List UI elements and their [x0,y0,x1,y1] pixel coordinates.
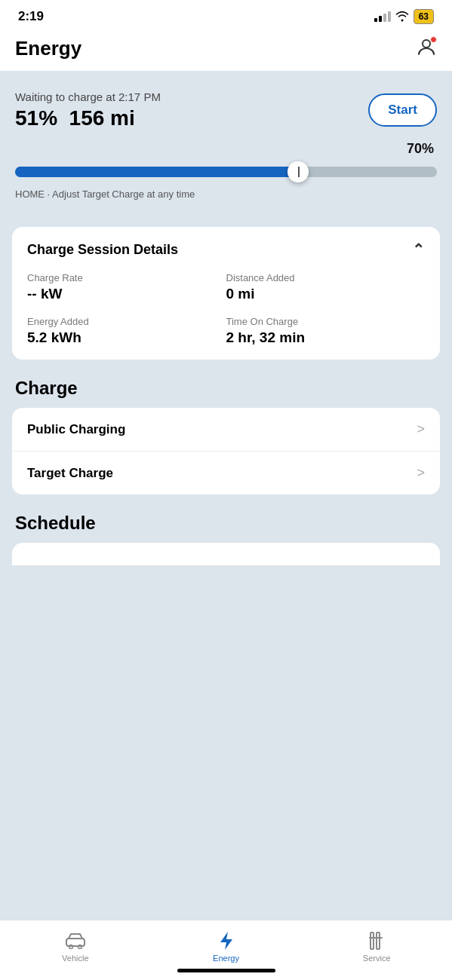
nav-item-energy[interactable]: Energy [151,931,302,963]
battery-indicator: 63 [414,9,434,24]
svg-point-0 [423,40,430,47]
svg-rect-4 [371,933,374,949]
page-title: Energy [15,37,81,60]
status-time: 2:19 [18,9,44,24]
schedule-section-heading: Schedule [15,513,437,534]
nav-item-service[interactable]: Service [301,931,452,963]
distance-added-item: Distance Added 0 mi [226,272,426,302]
distance-added-value: 0 mi [226,286,426,302]
charge-target-percent: 70% [15,141,437,157]
public-charging-label: Public Charging [27,422,125,437]
svg-rect-1 [66,939,85,946]
svg-rect-7 [375,937,383,939]
session-title: Charge Session Details [27,242,178,258]
main-content: Waiting to charge at 2:17 PM 51% 156 mi … [0,71,452,945]
public-charging-chevron: > [417,421,425,437]
signal-icon [374,11,391,22]
slider-fill [15,167,298,177]
charge-slider[interactable] [15,161,437,182]
target-charge-label: Target Charge [27,466,113,481]
slider-divider [298,167,300,177]
status-icons: 63 [374,9,434,24]
charge-miles: 156 mi [69,106,135,130]
slider-track-bg [15,167,437,177]
public-charging-item[interactable]: Public Charging > [12,408,440,452]
charge-section-heading: Charge [15,378,437,399]
energy-added-label: Energy Added [27,316,226,327]
notification-dot [430,36,437,43]
time-on-charge-item: Time On Charge 2 hr, 32 min [226,316,426,346]
charge-status-info: Waiting to charge at 2:17 PM 51% 156 mi [15,90,161,130]
session-details-card: Charge Session Details ⌃ Charge Rate -- … [12,227,440,360]
app-header: Energy [0,30,452,71]
target-charge-chevron: > [417,465,425,481]
charge-percentage: 51% [15,106,57,130]
charge-menu-card: Public Charging > Target Charge > [12,408,440,495]
nav-label-service: Service [363,954,391,963]
home-indicator [177,969,275,972]
charge-status-card: Waiting to charge at 2:17 PM 51% 156 mi … [12,84,440,212]
session-header: Charge Session Details ⌃ [27,240,425,259]
nav-label-energy: Energy [213,954,239,963]
time-on-charge-label: Time On Charge [226,316,426,327]
schedule-section: Schedule [12,513,440,565]
energy-added-item: Energy Added 5.2 kWh [27,316,226,346]
schedule-preview [12,543,440,565]
nav-item-vehicle[interactable]: Vehicle [0,931,151,963]
distance-added-label: Distance Added [226,272,426,283]
charge-hint: HOME · Adjust Target Charge at any time [15,188,437,200]
bolt-icon [217,931,236,951]
status-bar: 2:19 63 [0,0,452,30]
waiting-text: Waiting to charge at 2:17 PM [15,90,161,103]
charge-numbers: 51% 156 mi [15,106,161,130]
charge-rate-label: Charge Rate [27,272,226,283]
charge-slider-section: 70% HOME · Adjust Target Charge at any t… [15,141,437,200]
charge-status-top: Waiting to charge at 2:17 PM 51% 156 mi … [15,90,437,130]
charge-rate-value: -- kW [27,286,226,302]
nav-label-vehicle: Vehicle [62,954,88,963]
car-icon [66,931,85,951]
target-charge-item[interactable]: Target Charge > [12,452,440,495]
charge-rate-item: Charge Rate -- kW [27,272,226,302]
wifi-icon [395,11,409,22]
session-grid: Charge Rate -- kW Distance Added 0 mi En… [27,272,425,346]
energy-added-value: 5.2 kWh [27,329,226,346]
svg-rect-5 [377,933,380,949]
collapse-icon[interactable]: ⌃ [412,240,425,259]
start-button[interactable]: Start [368,93,437,127]
time-on-charge-value: 2 hr, 32 min [226,329,426,346]
service-icon [367,931,386,951]
profile-button[interactable] [416,36,437,60]
